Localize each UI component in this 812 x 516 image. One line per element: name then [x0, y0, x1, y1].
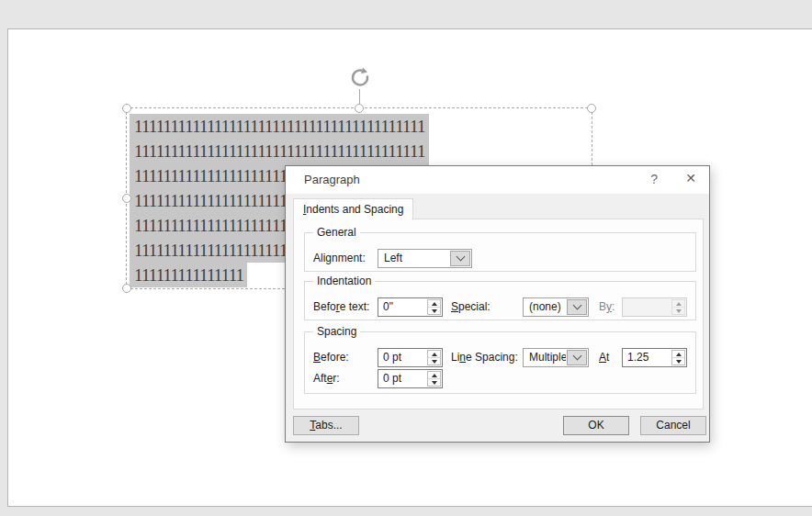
selection-handle-middle-left[interactable]	[122, 194, 131, 203]
cancel-button[interactable]: Cancel	[640, 416, 706, 435]
at-value[interactable]: 1.25	[623, 349, 671, 366]
by-label: By:	[599, 300, 615, 313]
line-spacing-label: Line Spacing:	[451, 351, 518, 364]
selection-handle-top-middle[interactable]	[355, 104, 364, 113]
at-label: At	[599, 351, 609, 364]
spinner-up-button[interactable]	[428, 300, 440, 308]
spinner-up-icon	[432, 374, 437, 377]
spinner-up-icon	[676, 302, 682, 306]
spinner-up-icon	[432, 302, 437, 306]
special-select[interactable]: (none)	[523, 297, 589, 317]
spacing-before-label: Before:	[313, 351, 349, 364]
spinner-up-icon	[432, 353, 437, 356]
line-spacing-dropdown-button[interactable]	[567, 350, 587, 365]
selection-handle-top-left[interactable]	[122, 104, 131, 113]
group-spacing-title: Spacing	[313, 325, 360, 338]
group-general-title: General	[313, 226, 360, 239]
before-text-label: Before text:	[313, 300, 369, 313]
spinner-down-button[interactable]	[428, 379, 440, 386]
spinner-up-button	[672, 300, 684, 308]
chevron-down-icon	[572, 301, 581, 310]
selection-handle-top-right[interactable]	[587, 104, 596, 113]
spacing-before-value[interactable]: 0 pt	[378, 349, 426, 366]
spinner-up-button[interactable]	[428, 372, 440, 379]
alignment-value: Left	[378, 250, 449, 267]
before-text-value[interactable]: 0"	[378, 298, 426, 316]
special-dropdown-button[interactable]	[567, 299, 587, 315]
dialog-titlebar[interactable]: Paragraph ? ✕	[286, 166, 709, 194]
spinner-up-button[interactable]	[672, 351, 684, 358]
spinner-down-button[interactable]	[672, 358, 684, 365]
spinner-down-icon	[676, 360, 682, 364]
spacing-after-spinner[interactable]: 0 pt	[378, 369, 443, 388]
spinner-down-icon	[432, 309, 437, 313]
alignment-label: Alignment:	[313, 252, 366, 264]
line-spacing-value: Multiple	[524, 349, 566, 366]
spinner-down-button[interactable]	[428, 358, 440, 365]
spacing-after-label: After:	[313, 372, 340, 385]
line-spacing-select[interactable]: Multiple	[523, 348, 589, 367]
spinner-up-icon	[676, 353, 682, 356]
spinner-down-button[interactable]	[428, 308, 440, 314]
special-value: (none)	[524, 298, 566, 316]
dialog-title: Paragraph	[304, 173, 360, 186]
alignment-dropdown-button[interactable]	[450, 251, 470, 266]
rotate-handle-stem	[359, 89, 360, 104]
ok-button[interactable]: OK	[563, 416, 629, 435]
close-icon[interactable]: ✕	[685, 171, 696, 185]
paragraph-dialog: Paragraph ? ✕ Indents and Spacing Genera…	[285, 165, 710, 443]
tabs-button[interactable]: Tabs...	[293, 416, 359, 435]
before-text-spinner[interactable]: 0"	[378, 297, 443, 317]
spinner-down-button	[672, 308, 684, 314]
spinner-down-icon	[432, 360, 437, 364]
group-indentation-title: Indentation	[313, 275, 375, 287]
spinner-down-icon	[676, 309, 682, 313]
by-value	[623, 298, 671, 316]
selection-handle-bottom-left[interactable]	[122, 284, 131, 293]
tab-indents-and-spacing[interactable]: Indents and Spacing	[293, 198, 413, 219]
help-icon[interactable]: ?	[650, 172, 658, 186]
special-label: Special:	[451, 300, 491, 313]
at-spinner[interactable]: 1.25	[622, 348, 687, 367]
spinner-up-button[interactable]	[428, 351, 440, 358]
by-spinner	[622, 297, 687, 317]
spinner-down-icon	[432, 381, 437, 385]
spacing-before-spinner[interactable]: 0 pt	[378, 348, 443, 367]
alignment-select[interactable]: Left	[378, 249, 472, 268]
chevron-down-icon	[572, 352, 581, 361]
spacing-after-value[interactable]: 0 pt	[378, 370, 426, 387]
rotate-icon[interactable]	[348, 65, 372, 89]
chevron-down-icon	[456, 252, 465, 262]
